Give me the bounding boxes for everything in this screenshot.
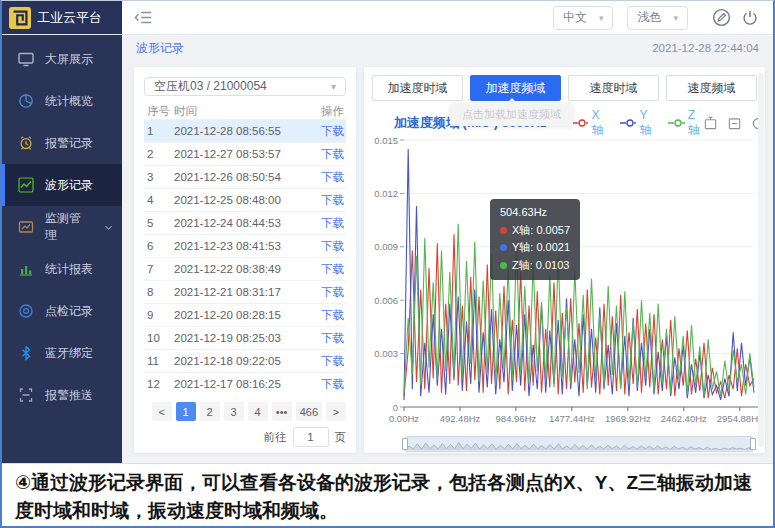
page-button-466[interactable]: 466 [296, 402, 322, 421]
download-link[interactable]: 下载 [321, 286, 344, 298]
row-index: 3 [144, 171, 174, 183]
row-time: 2021-12-19 08:25:03 [174, 332, 314, 344]
device-select[interactable]: 空压机03 / 21000054 ▾ [144, 77, 346, 96]
device-select-value: 空压机03 / 21000054 [154, 78, 267, 95]
sidebar-nav: 大屏展示统计概览报警记录波形记录监测管理统计报表点检记录蓝牙绑定报警推送 [2, 35, 122, 463]
zoom-select-icon[interactable] [703, 116, 718, 131]
pagination: <1234•••466> [144, 402, 346, 421]
table-row[interactable]: 62021-12-23 08:41:53下载 [144, 234, 346, 257]
chart-toolbox [703, 116, 775, 131]
table-row[interactable]: 32021-12-26 08:50:54下载 [144, 165, 346, 188]
column-header: 操作 [314, 104, 346, 119]
page-button-3[interactable]: 3 [224, 402, 244, 421]
page-ellipsis[interactable]: ••• [272, 402, 292, 421]
language-select[interactable]: 中文 ▾ [553, 6, 614, 30]
power-logout-icon[interactable] [741, 9, 759, 27]
row-time: 2021-12-20 08:28:15 [174, 309, 314, 321]
sidebar-item-报警记录[interactable]: 报警记录 [2, 122, 122, 164]
sidebar-item-统计报表[interactable]: 统计报表 [2, 248, 122, 290]
monitor-manage-icon [18, 219, 34, 235]
download-link[interactable]: 下载 [321, 125, 344, 137]
sidebar-item-波形记录[interactable]: 波形记录 [2, 164, 122, 206]
row-index: 10 [144, 332, 174, 344]
sidebar-item-label: 波形记录 [45, 177, 93, 194]
sidebar-item-label: 统计报表 [45, 261, 93, 278]
table-header: 序号时间操作 [144, 103, 346, 119]
download-link[interactable]: 下载 [321, 194, 344, 206]
row-time: 2021-12-18 09:22:05 [174, 355, 314, 367]
sidebar-item-点检记录[interactable]: 点检记录 [2, 290, 122, 332]
download-link[interactable]: 下载 [321, 309, 344, 321]
sidebar-item-label: 点检记录 [45, 303, 93, 320]
download-link[interactable]: 下载 [321, 217, 344, 229]
sidebar-item-统计概览[interactable]: 统计概览 [2, 80, 122, 122]
sidebar-item-监测管理[interactable]: 监测管理 [2, 206, 122, 248]
page-button-4[interactable]: 4 [248, 402, 268, 421]
brand-logo: 工业云平台 [2, 1, 122, 34]
download-link[interactable]: 下载 [321, 240, 344, 252]
download-link[interactable]: 下载 [321, 263, 344, 275]
tab-速度时域[interactable]: 速度时域 [568, 75, 659, 101]
download-link[interactable]: 下载 [321, 355, 344, 367]
app-window: 工业云平台 中文 ▾ 浅色 ▾ 大屏展示统计概览报警记录波形记录监测管理统计报表… [0, 0, 775, 528]
sidebar-item-label: 报警记录 [45, 135, 93, 152]
table-row[interactable]: 122021-12-17 08:16:25下载 [144, 372, 346, 395]
table-row[interactable]: 42021-12-25 08:48:00下载 [144, 188, 346, 211]
page-button-2[interactable]: 2 [200, 402, 220, 421]
row-time: 2021-12-26 08:50:54 [174, 171, 314, 183]
column-header: 时间 [174, 104, 314, 119]
bar-chart-icon [18, 261, 34, 277]
table-row[interactable]: 82021-12-21 08:31:17下载 [144, 280, 346, 303]
goto-label: 前往 [264, 430, 287, 445]
datazoom-left-handle[interactable] [402, 438, 408, 450]
chart-tooltip: 504.63Hz X轴: 0.0057Y轴: 0.0021Z轴: 0.0103 [490, 199, 580, 280]
pagination-goto: 前往 页 [144, 427, 346, 447]
svg-text:1969.92Hz: 1969.92Hz [605, 413, 651, 424]
theme-select[interactable]: 浅色 ▾ [627, 6, 688, 30]
table-row[interactable]: 92021-12-20 08:28:15下载 [144, 303, 346, 326]
table-row[interactable]: 52021-12-24 08:44:53下载 [144, 211, 346, 234]
table-row[interactable]: 102021-12-19 08:25:03下载 [144, 326, 346, 349]
table-row[interactable]: 72021-12-22 08:38:49下载 [144, 257, 346, 280]
table-row[interactable]: 112021-12-18 09:22:05下载 [144, 349, 346, 372]
download-link[interactable]: 下载 [321, 378, 344, 390]
breadcrumb[interactable]: 波形记录 [136, 40, 184, 57]
top-header: 工业云平台 中文 ▾ 浅色 ▾ [2, 1, 773, 35]
download-link[interactable]: 下载 [321, 171, 344, 183]
download-link[interactable]: 下载 [321, 332, 344, 344]
row-time: 2021-12-17 08:16:25 [174, 378, 314, 390]
chart-legend: X轴Y轴Z轴 [572, 108, 703, 139]
table-row[interactable]: 12021-12-28 08:56:55下载 [144, 119, 346, 142]
page-button-1[interactable]: 1 [176, 402, 196, 421]
goto-page-input[interactable] [293, 427, 329, 447]
sidebar-item-label: 监测管理 [45, 210, 92, 244]
svg-text:0.006: 0.006 [374, 295, 398, 306]
legend-item-Y轴[interactable]: Y轴 [620, 108, 655, 139]
legend-item-X轴[interactable]: X轴 [572, 108, 607, 139]
datazoom-slider[interactable] [404, 436, 754, 452]
row-time: 2021-12-23 08:41:53 [174, 240, 314, 252]
row-index: 7 [144, 263, 174, 275]
tab-加速度时域[interactable]: 加速度时域 [372, 75, 463, 101]
restore-icon[interactable] [751, 116, 766, 131]
table-row[interactable]: 22021-12-27 08:53:57下载 [144, 142, 346, 165]
prev-page-button[interactable]: < [152, 402, 172, 421]
legend-item-Z轴[interactable]: Z轴 [668, 108, 703, 139]
sidebar-item-蓝牙绑定[interactable]: 蓝牙绑定 [2, 332, 122, 374]
datazoom-right-handle[interactable] [750, 438, 756, 450]
tab-速度频域[interactable]: 速度频域 [666, 75, 757, 101]
next-page-button[interactable]: > [326, 402, 346, 421]
collapse-menu-icon[interactable] [122, 1, 164, 34]
edit-profile-icon[interactable] [712, 8, 731, 27]
sidebar-item-报警推送[interactable]: 报警推送 [2, 374, 122, 416]
download-link[interactable]: 下载 [321, 148, 344, 160]
sidebar-item-大屏展示[interactable]: 大屏展示 [2, 38, 122, 80]
inspection-icon [18, 303, 34, 319]
chart-canvas[interactable]: 00.0030.0060.0090.0120.0150.00Hz492.48Hz… [372, 135, 759, 431]
svg-text:2462.40Hz: 2462.40Hz [661, 413, 707, 424]
chart-panel: 加速度时域加速度频域速度时域速度频域 点击加载加速度频域 加速度频域 (m/s²… [364, 67, 765, 453]
legend-marker-icon [620, 118, 636, 128]
zoom-reset-icon[interactable] [727, 116, 742, 131]
restore-icon [751, 116, 766, 131]
language-value: 中文 [563, 9, 587, 26]
